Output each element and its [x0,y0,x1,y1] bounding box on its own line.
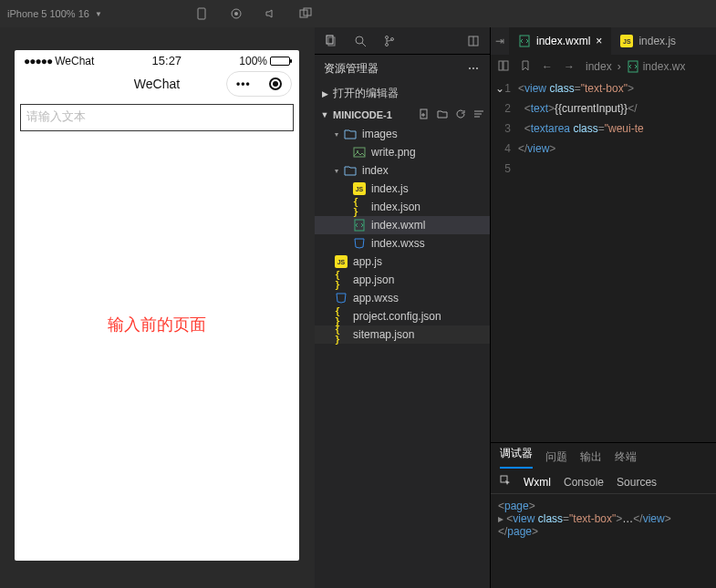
debugger-tab[interactable]: 终端 [615,449,637,465]
breadcrumb-item[interactable]: index [586,60,612,73]
file-label: index.json [371,201,420,213]
file-tree: ▾imageswrite.png▾indexJSindex.js{ }index… [315,125,490,588]
debugger-sub-tab[interactable]: Wxml [524,476,551,489]
nav-forward-icon[interactable]: → [564,60,575,74]
outline-icon[interactable] [498,60,509,74]
code-lines: <view class="text-box"> <text>{{currentI… [518,78,716,442]
section-workspace[interactable]: ▼ MINICODE-1 [315,105,490,125]
debugger-dom-view[interactable]: <page>▸ <view class="text-box">…</view><… [491,494,716,588]
inspect-icon[interactable] [500,475,511,489]
chevron-right-icon: › [617,60,621,73]
debugger-sub-tab[interactable]: Sources [617,476,657,489]
js-file-icon: JS [620,35,633,47]
simulator-device: ●●●●● WeChat 15:27 100% WeChat ••• 请输入文本… [15,50,299,561]
file-label: project.config.json [353,310,441,323]
explorer-header: 资源管理器 ⋯ [315,55,490,82]
folder-item[interactable]: ▾images [315,125,490,143]
collapse-all-icon[interactable] [473,108,484,121]
refresh-icon[interactable] [455,108,466,121]
file-item[interactable]: app.wxss [315,289,490,307]
device-selector[interactable]: iPhone 5 100% 16 [7,8,89,19]
new-folder-icon[interactable] [437,108,448,121]
editor-tab[interactable]: JSindex.js [611,27,685,55]
json-file-icon: { } [353,201,366,213]
mute-icon[interactable] [264,6,278,21]
file-item[interactable]: { }sitemap.json [315,325,490,344]
expand-icon[interactable]: ▸ [498,512,506,525]
file-label: images [362,128,398,140]
capsule-menu-icon[interactable]: ••• [236,77,251,90]
file-item[interactable]: { }index.json [315,198,490,216]
wxml-file-icon [627,60,639,73]
bookmark-icon[interactable] [520,60,531,74]
file-item[interactable]: index.wxss [315,234,490,253]
file-item[interactable]: { }project.config.json [315,307,490,325]
capsule-button[interactable]: ••• [226,71,292,97]
record-icon[interactable] [229,6,244,21]
chevron-right-icon: ▶ [320,89,329,98]
explorer-more-icon[interactable]: ⋯ [468,62,481,75]
nav-back-icon[interactable]: ← [542,60,553,74]
breadcrumb-item[interactable]: index.wx [627,60,686,73]
file-item[interactable]: { }app.json [315,271,490,289]
file-label: app.js [353,255,382,268]
line-gutter: ⌄12345 [491,78,518,442]
json-file-icon: { } [335,273,348,286]
capsule-close-icon[interactable] [269,77,282,90]
svg-point-2 [234,12,238,15]
chevron-down-icon: ▼ [95,10,102,18]
files-icon[interactable] [324,34,338,48]
debugger-sub-tabs: WxmlConsoleSources [491,470,716,494]
dom-node[interactable]: </page> [498,525,709,538]
file-label: app.json [353,273,394,286]
folder-icon [344,164,357,177]
signal-icon: ●●●●● [24,55,52,67]
collapse-icon[interactable] [466,34,481,48]
close-icon[interactable]: × [596,35,602,47]
popout-icon[interactable] [298,6,313,21]
breadcrumb-bar: ← → index›index.wx [491,55,716,78]
search-icon[interactable] [353,34,368,48]
file-item[interactable]: JSapp.js [315,253,490,271]
chevron-down-icon: ▾ [335,130,338,139]
explorer-panel: 资源管理器 ⋯ ▶ 打开的编辑器 ▼ MINICODE-1 ▾imageswri… [315,27,491,588]
carrier-label: WeChat [55,55,94,67]
js-file-icon: JS [335,255,348,268]
svg-rect-5 [327,36,333,44]
breadcrumb-label: index.wx [643,60,686,73]
file-item[interactable]: index.wxml [315,216,490,234]
file-item[interactable]: write.png [315,143,490,161]
tab-leading-icon[interactable]: ⇥ [491,27,509,55]
mini-program-navbar: WeChat ••• [15,67,299,100]
svg-rect-20 [354,148,365,157]
debugger-sub-tab[interactable]: Console [564,476,604,489]
folder-icon [344,128,357,140]
dom-node[interactable]: <page> [498,500,709,512]
file-label: app.wxss [353,292,399,304]
textarea-input[interactable]: 请输入文本 [20,104,294,131]
file-label: index [362,164,389,177]
dom-node[interactable]: ▸ <view class="text-box">…</view> [498,512,709,525]
code-editor[interactable]: ⌄12345 <view class="text-box"> <text>{{c… [491,78,716,442]
file-label: write.png [371,146,416,159]
page-title: WeChat [134,77,180,91]
svg-rect-6 [328,37,335,46]
editor-tab[interactable]: index.wxml× [509,27,611,55]
file-label: index.js [371,182,409,195]
wxml-file-icon [518,35,531,47]
simulator-panel: ●●●●● WeChat 15:27 100% WeChat ••• 请输入文本… [0,27,315,588]
folder-item[interactable]: ▾index [315,161,490,180]
file-item[interactable]: JSindex.js [315,180,490,198]
section-label: 打开的编辑器 [333,86,399,101]
debugger-tab[interactable]: 问题 [545,449,567,465]
debugger-tab[interactable]: 调试器 [500,446,533,469]
new-file-icon[interactable] [419,108,430,121]
debugger-tab[interactable]: 输出 [580,449,602,465]
main-area: ●●●●● WeChat 15:27 100% WeChat ••• 请输入文本… [0,27,716,588]
branch-icon[interactable] [382,34,397,48]
chevron-down-icon: ▾ [335,167,338,175]
device-icon[interactable] [194,6,209,21]
section-open-editors[interactable]: ▶ 打开的编辑器 [315,82,490,105]
editor-tabs: ⇥ index.wxml×JSindex.js [491,27,716,55]
chevron-down-icon: ▼ [320,110,329,119]
